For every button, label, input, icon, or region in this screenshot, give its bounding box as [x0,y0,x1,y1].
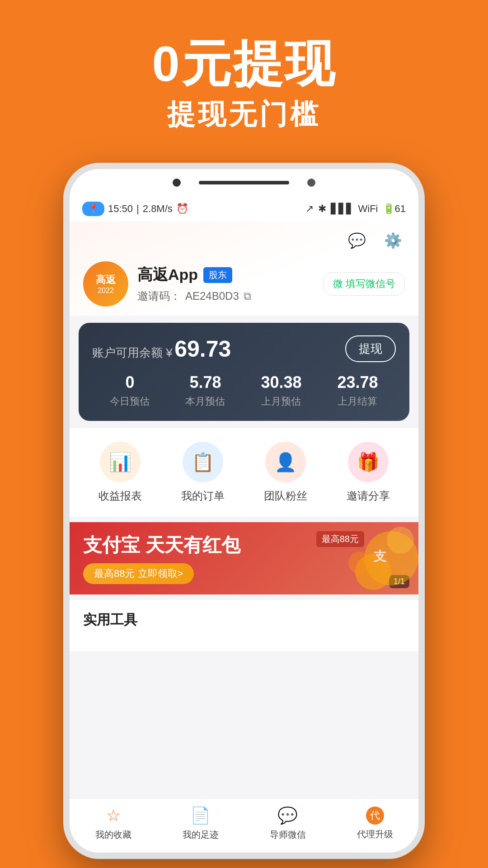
nav-history-icon: 📄 [190,806,211,825]
stat-month-value: 5.78 [185,373,225,392]
notch-camera [173,179,181,187]
notch-bar [199,181,289,184]
signal-icon: ▋▋▋ [331,203,354,215]
bottom-nav: ☆ 我的收藏 📄 我的足迹 💬 导师微信 代 代理升级 [70,798,418,853]
banner[interactable]: 支付宝 天天有红包 最高88元 立即领取> 最高88元 1/1 支 [70,522,418,594]
profile-badge: 股东 [203,267,232,283]
svg-text:支: 支 [373,549,387,563]
header-icons-row: 💬 ⚙️ [83,229,405,252]
action-team[interactable]: 👤 团队粉丝 [264,442,307,503]
sub-title: 提现无门槛 [18,95,470,133]
nav-favorites-icon: ☆ [106,806,121,825]
balance-stats: 0 今日预估 5.78 本月预估 30.38 上月预估 23.78 上月结算 [92,373,396,408]
action-report-label: 收益报表 [99,489,142,503]
nav-tutor-icon: 💬 [277,806,298,825]
tools-section-title: 实用工具 [83,611,405,629]
nav-history-label: 我的足迹 [183,829,219,841]
location-pill: 📍 [82,202,104,216]
top-header: 0元提现 提现无门槛 [0,0,488,151]
invite-code: AE24B0D3 [185,290,239,302]
action-report[interactable]: 📊 收益报表 [99,442,142,503]
notch-dot [307,179,315,187]
nav-favorites-label: 我的收藏 [95,829,131,841]
phone-notch [70,169,418,196]
alarm-icon: ⏰ [176,203,188,215]
nav-tutor[interactable]: 💬 导师微信 [270,806,306,841]
location-icon: 📍 [88,203,99,214]
wechat-button[interactable]: 微 填写微信号 [324,272,405,296]
message-icon[interactable]: 💬 [345,229,369,252]
banner-main-text: 支付宝 天天有红包 [83,533,240,558]
banner-text-area: 支付宝 天天有红包 最高88元 立即领取> [83,533,240,584]
action-invite-icon: 🎁 [348,442,389,482]
quick-actions: 📊 收益报表 📋 我的订单 👤 团队粉丝 🎁 邀请分享 [70,428,418,517]
status-right: ↗ ✱ ▋▋▋ WiFi 🔋61 [305,203,406,215]
wechat-icon: 微 [333,277,343,291]
stat-today-value: 0 [110,373,150,392]
avatar-year: 2022 [98,287,114,295]
stat-last-month-settle-value: 23.78 [337,373,378,392]
copy-icon[interactable]: ⧉ [244,290,251,302]
action-orders[interactable]: 📋 我的订单 [181,442,225,503]
nav-agent-icon: 代 [366,807,384,825]
app-header: 💬 ⚙️ 高返 2022 高返App 股东 [70,222,418,316]
stat-last-month-est-value: 30.38 [261,373,301,392]
banner-decoration: 支 [301,522,418,594]
stat-last-month-est: 30.38 上月预估 [261,373,301,408]
profile-code: 邀请码： AE24B0D3 ⧉ [137,289,314,303]
action-report-icon: 📊 [100,442,141,482]
stat-last-month-settle-label: 上月结算 [337,395,378,408]
phone-frame: 📍 15:50 | 2.8M/s ⏰ ↗ ✱ ▋▋▋ WiFi 🔋61 [63,163,425,859]
balance-card: 账户可用余额 ¥ 69.73 提现 0 今日预估 5.78 本月预估 [79,323,409,421]
status-left: 📍 15:50 | 2.8M/s ⏰ [82,202,188,216]
action-team-icon: 👤 [265,442,306,482]
action-invite[interactable]: 🎁 邀请分享 [347,442,390,503]
action-invite-label: 邀请分享 [347,489,390,503]
stat-last-month-est-label: 上月预估 [261,395,301,408]
avatar-text: 高返 [96,273,116,287]
bluetooth-icon: ✱ [318,203,326,215]
profile-name-row: 高返App 股东 [137,264,314,285]
stat-today-label: 今日预估 [110,395,150,408]
profile-row: 高返 2022 高返App 股东 邀请码： AE24B0D3 ⧉ [83,261,405,307]
phone-wrapper: 📍 15:50 | 2.8M/s ⏰ ↗ ✱ ▋▋▋ WiFi 🔋61 [63,163,425,859]
status-speed: 2.8M/s [143,203,173,215]
tools-section: 实用工具 [70,600,418,651]
wechat-label: 填写微信号 [346,277,395,291]
balance-info: 账户可用余额 ¥ 69.73 [92,336,231,362]
action-orders-label: 我的订单 [181,489,225,503]
main-title: 0元提现 [18,36,470,91]
banner-sub-btn[interactable]: 最高88元 立即领取> [83,563,194,584]
svg-point-3 [348,552,371,574]
stat-month-label: 本月预估 [185,395,225,408]
invite-label: 邀请码： [137,289,181,303]
profile-name: 高返App [137,264,198,285]
phone-content: 💬 ⚙️ 高返 2022 高返App 股东 [70,222,418,853]
status-bar: 📍 15:50 | 2.8M/s ⏰ ↗ ✱ ▋▋▋ WiFi 🔋61 [70,196,418,222]
status-separator: | [136,203,139,215]
balance-label: 账户可用余额 ¥ [92,346,173,359]
battery-icon: 🔋61 [383,203,406,215]
action-team-label: 团队粉丝 [264,489,307,503]
svg-point-2 [387,527,414,554]
nav-agent[interactable]: 代 代理升级 [357,807,393,840]
stat-today: 0 今日预估 [110,373,150,408]
wifi-icon: WiFi [358,203,378,215]
action-orders-icon: 📋 [183,442,223,482]
status-time: 15:50 [108,203,133,215]
avatar: 高返 2022 [83,261,128,307]
settings-icon[interactable]: ⚙️ [381,229,405,252]
balance-top: 账户可用余额 ¥ 69.73 提现 [92,335,396,362]
nav-favorites[interactable]: ☆ 我的收藏 [95,806,131,841]
balance-amount: 69.73 [174,336,231,362]
nav-tutor-label: 导师微信 [270,829,306,841]
profile-info: 高返App 股东 邀请码： AE24B0D3 ⧉ [137,264,314,303]
stat-last-month-settle: 23.78 上月结算 [337,373,378,408]
withdraw-button[interactable]: 提现 [345,335,396,362]
navigation-icon: ↗ [305,203,314,215]
nav-history[interactable]: 📄 我的足迹 [183,806,219,841]
stat-month: 5.78 本月预估 [185,373,225,408]
nav-agent-label: 代理升级 [357,828,393,840]
